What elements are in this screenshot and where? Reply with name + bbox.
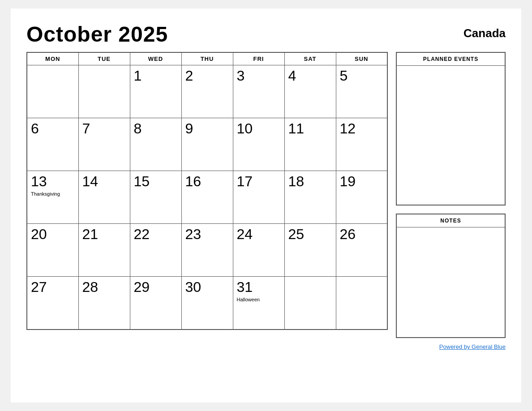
calendar-cell: 9 <box>181 118 233 171</box>
day-event: Halloween <box>237 296 281 303</box>
calendar-cell: 3 <box>233 65 284 118</box>
calendar-day-header: TUE <box>78 52 130 65</box>
day-number: 14 <box>82 174 126 189</box>
calendar-cell <box>27 65 78 118</box>
calendar-week-row: 2728293031Halloween <box>27 277 387 330</box>
calendar-cell <box>78 65 130 118</box>
calendar-day-header: SAT <box>284 52 336 65</box>
calendar-cell: 13Thanksgiving <box>27 171 78 224</box>
planned-events-box: PLANNED EVENTS <box>396 52 506 206</box>
calendar-body: 12345678910111213Thanksgiving14151617181… <box>27 65 387 330</box>
calendar-cell <box>336 277 387 330</box>
calendar-week-row: 6789101112 <box>27 118 387 171</box>
day-number: 7 <box>82 121 126 137</box>
calendar-cell: 23 <box>181 224 233 277</box>
calendar-cell: 8 <box>130 118 181 171</box>
calendar-cell: 10 <box>233 118 284 171</box>
month-title: October 2025 <box>26 22 168 47</box>
day-number: 13 <box>31 174 75 189</box>
day-number: 1 <box>134 68 178 84</box>
calendar-cell: 11 <box>284 118 336 171</box>
calendar-cell: 17 <box>233 171 284 224</box>
calendar-cell: 1 <box>130 65 181 118</box>
day-number: 23 <box>185 227 229 242</box>
day-number: 31 <box>237 279 281 295</box>
calendar-cell: 31Halloween <box>233 277 284 330</box>
day-number: 2 <box>185 68 229 84</box>
calendar-cell: 16 <box>181 171 233 224</box>
footer: Powered by General Blue <box>26 342 506 351</box>
calendar-day-header: FRI <box>233 52 284 65</box>
powered-by-link[interactable]: Powered by General Blue <box>439 343 506 350</box>
calendar-cell: 25 <box>284 224 336 277</box>
calendar-cell: 6 <box>27 118 78 171</box>
day-number: 25 <box>288 227 332 242</box>
calendar-week-row: 13Thanksgiving141516171819 <box>27 171 387 224</box>
day-number: 18 <box>288 174 332 189</box>
calendar-cell <box>284 277 336 330</box>
day-number: 4 <box>288 68 332 84</box>
day-number: 22 <box>134 227 178 242</box>
calendar-cell: 2 <box>181 65 233 118</box>
calendar-cell: 12 <box>336 118 387 171</box>
main-content: MONTUEWEDTHUFRISATSUN 12345678910111213T… <box>26 52 506 338</box>
calendar-cell: 27 <box>27 277 78 330</box>
calendar-cell: 4 <box>284 65 336 118</box>
calendar-cell: 14 <box>78 171 130 224</box>
calendar-cell: 29 <box>130 277 181 330</box>
calendar-cell: 20 <box>27 224 78 277</box>
day-number: 30 <box>185 279 229 295</box>
page-header: October 2025 Canada <box>26 22 506 47</box>
calendar-page: October 2025 Canada MONTUEWEDTHUFRISATSU… <box>11 9 521 402</box>
calendar-day-header: SUN <box>336 52 387 65</box>
calendar-week-row: 20212223242526 <box>27 224 387 277</box>
day-number: 12 <box>340 121 384 137</box>
day-number: 19 <box>340 174 384 189</box>
calendar-day-header: THU <box>181 52 233 65</box>
notes-header: NOTES <box>397 214 505 227</box>
day-number: 17 <box>237 174 281 189</box>
calendar-day-header: MON <box>27 52 78 65</box>
calendar-cell: 22 <box>130 224 181 277</box>
day-number: 11 <box>288 121 332 137</box>
calendar-cell: 26 <box>336 224 387 277</box>
day-number: 10 <box>237 121 281 137</box>
calendar-cell: 30 <box>181 277 233 330</box>
day-number: 21 <box>82 227 126 242</box>
calendar-section: MONTUEWEDTHUFRISATSUN 12345678910111213T… <box>26 52 388 338</box>
country-title: Canada <box>463 22 506 40</box>
planned-events-header: PLANNED EVENTS <box>397 53 505 66</box>
notes-body <box>397 227 505 337</box>
sidebar: PLANNED EVENTS NOTES <box>396 52 506 338</box>
day-number: 29 <box>134 279 178 295</box>
calendar-cell: 7 <box>78 118 130 171</box>
calendar-week-row: 12345 <box>27 65 387 118</box>
day-number: 5 <box>340 68 384 84</box>
calendar-cell: 18 <box>284 171 336 224</box>
calendar-cell: 15 <box>130 171 181 224</box>
day-number: 6 <box>31 121 75 137</box>
day-number: 27 <box>31 279 75 295</box>
calendar-table: MONTUEWEDTHUFRISATSUN 12345678910111213T… <box>26 52 388 330</box>
notes-box: NOTES <box>396 214 506 338</box>
day-event: Thanksgiving <box>31 191 75 197</box>
calendar-header-row: MONTUEWEDTHUFRISATSUN <box>27 52 387 65</box>
day-number: 9 <box>185 121 229 137</box>
day-number: 3 <box>237 68 281 84</box>
calendar-cell: 5 <box>336 65 387 118</box>
day-number: 20 <box>31 227 75 242</box>
day-number: 24 <box>237 227 281 242</box>
day-number: 16 <box>185 174 229 189</box>
calendar-day-header: WED <box>130 52 181 65</box>
day-number: 28 <box>82 279 126 295</box>
calendar-cell: 24 <box>233 224 284 277</box>
calendar-cell: 28 <box>78 277 130 330</box>
day-number: 8 <box>134 121 178 137</box>
calendar-cell: 19 <box>336 171 387 224</box>
planned-events-body <box>397 66 505 205</box>
calendar-cell: 21 <box>78 224 130 277</box>
day-number: 26 <box>340 227 384 242</box>
day-number: 15 <box>134 174 178 189</box>
